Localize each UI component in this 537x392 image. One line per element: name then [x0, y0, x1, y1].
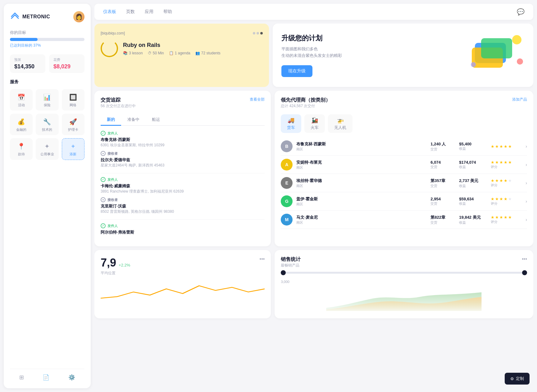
course-lessons: 📚 3 lesson: [123, 51, 143, 55]
entry1-sender-label: ✓ 发件人: [101, 131, 265, 136]
star-0-4: ★: [508, 144, 512, 149]
star-2-0: ★: [491, 178, 494, 183]
star-1-4: ★: [508, 160, 512, 165]
avatar[interactable]: 👩: [73, 11, 84, 22]
svg-point-3: [512, 35, 521, 44]
upgrade-desc: 平面插图和我们多色 生动的未混合紫色头发女士的精彩: [281, 46, 342, 59]
range-thumb-left[interactable]: [281, 270, 286, 275]
service-item-insurance[interactable]: 📊 保险: [36, 89, 58, 111]
budget-row: 预算 $14,350 花费 $8,029: [10, 54, 84, 73]
agent-row-1: A 安妮特·布莱克 南区 6,074 交货 $174,074 收益 ★★★★★ …: [281, 156, 527, 174]
agent-revenue-0: $5,400 收益: [459, 142, 487, 151]
add-product-button[interactable]: 添加产品: [512, 97, 527, 102]
y-label-3000: 3,000: [281, 280, 289, 284]
row-1: [biqubiqu.com] Ruby on Rails 📚: [94, 24, 533, 87]
settings-icon[interactable]: ⚙️: [68, 374, 75, 381]
range-thumb-right[interactable]: [522, 270, 527, 275]
nav-help[interactable]: 帮助: [163, 9, 172, 15]
star-2-3: ★: [504, 178, 507, 183]
goal-label: 你的目标: [10, 30, 84, 35]
stat-menu-dots[interactable]: •••: [260, 256, 265, 262]
entry2-sender-addr: 3891 Ranchview 理查森博士, 加利福尼亚州 62639: [101, 189, 265, 194]
service-item-hospitality[interactable]: 📍 款待: [10, 138, 33, 160]
service-item-network[interactable]: 🔲 网络: [62, 89, 84, 111]
service-label-finance: 金融的: [16, 127, 26, 132]
sidebar-footer: ⊞ 📄 ⚙️: [10, 369, 84, 381]
agent-row-4: M 马文·麦金尼 南区 第822章 交货 19,842 美元 收益 ★★★★★ …: [281, 211, 527, 229]
course-meta: 📚 3 lesson ⏱ 50 Min 📋 1 agenda: [123, 51, 221, 55]
delivery-tab-new[interactable]: 新的: [101, 114, 121, 126]
service-item-tech[interactable]: 🔧 技术的: [36, 114, 58, 135]
agent-tab-truck[interactable]: 🚚 货车: [281, 114, 301, 133]
delivery-card: 交货追踪 56 次交付正在进行中 查看全部 新的 准备中 船运 ✓ 发件人: [94, 91, 271, 246]
customize-icon: ⚙: [510, 376, 514, 381]
course-info: Ruby on Rails 📚 3 lesson ⏱ 50 Min: [123, 42, 221, 55]
agent-arrow-2[interactable]: ›: [526, 180, 527, 185]
agent-avatar-4: M: [281, 214, 293, 226]
sales-menu-dots[interactable]: •••: [522, 256, 527, 262]
activity-icon: 📅: [17, 93, 25, 101]
delivery-entry-2: ✓ 发件人 卡梅伦·威廉姆森 3891 Ranchview 理查森博士, 加利福…: [101, 177, 265, 214]
agent-region-2: 南区: [296, 184, 427, 188]
agent-name-4: 马文·麦金尼: [296, 215, 427, 220]
service-item-public[interactable]: ✦ 公用事业: [36, 138, 58, 160]
sidebar: METRONIC 👩 你的目标 已达到目标的 37% 预算 $14,350 花费…: [4, 4, 91, 388]
service-label-insurance: 保险: [44, 103, 51, 107]
delivery-tab-preparing[interactable]: 准备中: [121, 114, 146, 126]
check-icon-2: ✓: [101, 177, 106, 182]
upgrade-text: 升级您的计划 平面插图和我们多色 生动的未混合紫色头发女士的精彩 现在升级: [281, 34, 342, 77]
star-1-2: ★: [499, 160, 503, 165]
agent-rating-group-2: ★★★★★ 评分: [491, 178, 522, 188]
agent-arrow-3[interactable]: ›: [526, 199, 527, 204]
agent-avatar-3: G: [281, 195, 293, 207]
agent-rating-group-4: ★★★★★ 评分: [491, 215, 522, 224]
agent-tab-train[interactable]: 🚂 火车: [304, 114, 325, 133]
dot-3: [260, 32, 263, 34]
service-item-add[interactable]: + 添新: [62, 138, 84, 160]
service-grid: 📅 活动 📊 保险 🔲 网络 💰 金融的 🔧 技术的 🚀 护理卡 📍 款待 ✦: [10, 89, 84, 160]
agent-name-2: 埃丝特·霍华德: [296, 178, 427, 184]
range-slider[interactable]: [281, 272, 527, 274]
agent-arrow-4[interactable]: ›: [526, 217, 527, 222]
document-icon[interactable]: 📄: [43, 374, 49, 381]
nav-dashboard[interactable]: 仪表板: [103, 9, 116, 15]
entry2-sender-name: 卡梅伦·威廉姆森: [101, 183, 265, 189]
service-item-activity[interactable]: 📅 活动: [10, 89, 33, 111]
delivery-tab-shipping[interactable]: 船运: [146, 114, 166, 126]
chat-icon[interactable]: 💬: [517, 8, 525, 16]
star-1-3: ★: [504, 160, 507, 165]
service-item-nursing[interactable]: 🚀 护理卡: [62, 114, 84, 135]
nav-pages[interactable]: 页数: [126, 9, 135, 15]
agent-rows: B 布鲁克林·西蒙斯 南区 1,240 人 交货 $5,400 收益 ★★★★★…: [281, 137, 527, 229]
agent-title-group: 领先代理商（按类别） 总计 424,567 次交付: [281, 97, 330, 113]
agent-title: 领先代理商（按类别）: [281, 97, 330, 103]
course-agenda: 📋 1 agenda: [169, 51, 190, 55]
star-0-0: ★: [491, 144, 494, 149]
stat-value: 7,9: [101, 256, 116, 269]
nav-apps[interactable]: 应用: [145, 9, 153, 15]
customize-button[interactable]: ⚙ 定制: [505, 373, 530, 385]
entry2-sender-label: ✓ 发件人: [101, 177, 265, 182]
agent-arrow-0[interactable]: ›: [526, 144, 527, 149]
view-all-button[interactable]: 查看全部: [250, 97, 265, 102]
agent-transactions-3: 2,954 交货: [430, 197, 455, 206]
agent-stars-3: ★★★★★: [491, 197, 522, 201]
goal-section: 你的目标 已达到目标的 37%: [10, 30, 84, 48]
check-icon-3: ✓: [101, 223, 106, 228]
agent-stars-2: ★★★★★: [491, 178, 522, 183]
agent-header: 领先代理商（按类别） 总计 424,567 次交付 添加产品: [281, 97, 527, 113]
agent-rating-label-2: 评分: [491, 183, 522, 188]
star-4-0: ★: [491, 215, 494, 220]
stat-card: 7,9 +2.2% 平均位置 •••: [94, 250, 271, 318]
service-item-finance[interactable]: 💰 金融的: [10, 114, 33, 135]
upgrade-button[interactable]: 现在升级: [281, 65, 312, 77]
agent-arrow-1[interactable]: ›: [526, 162, 527, 167]
layers-icon[interactable]: ⊞: [19, 374, 24, 381]
star-3-3: ★: [504, 197, 507, 201]
agent-name-1: 安妮特·布莱克: [296, 160, 427, 165]
content-area: [biqubiqu.com] Ruby on Rails 📚: [94, 24, 533, 388]
agent-tab-drone[interactable]: 🚁 无人机: [328, 114, 353, 133]
upgrade-illustration: [469, 34, 525, 77]
agent-subtitle: 总计 424,567 次交付: [281, 103, 330, 109]
delivery-entry-3: ✓ 发件人 阿尔伯特·弗洛雷斯: [101, 223, 265, 235]
